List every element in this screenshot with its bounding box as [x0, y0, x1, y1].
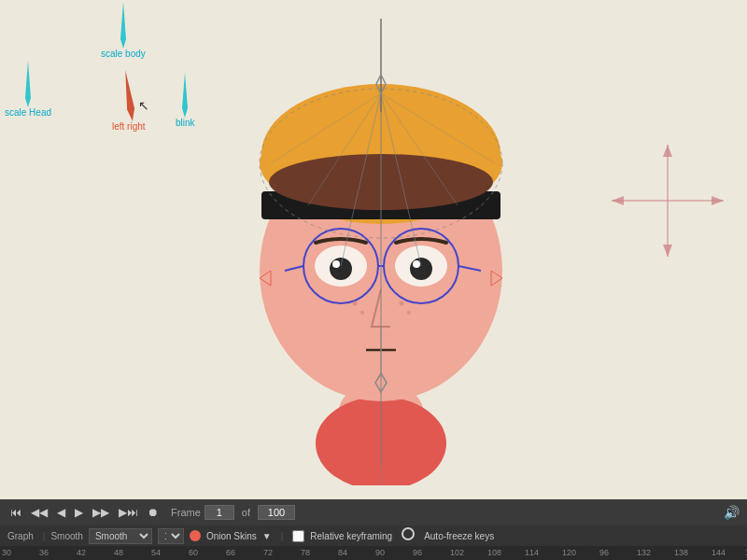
timeline-options-row: Graph | Smooth Smooth Linear Ease In Eas… — [0, 525, 747, 546]
svg-marker-41 — [25, 61, 31, 107]
timeline-bar: ⏮ ◀◀ ◀ ▶ ▶▶ ▶⏭ ⏺ Frame of 🔊 Graph | Smoo… — [0, 499, 747, 560]
tick-84: 84 — [338, 548, 347, 557]
graph-button[interactable]: Graph — [4, 529, 37, 543]
total-frames-input[interactable] — [258, 505, 295, 520]
play-button[interactable]: ▶ — [72, 504, 86, 521]
svg-marker-43 — [182, 73, 188, 118]
scale-head-label: scale Head — [5, 107, 51, 118]
ruler-row: 30 36 42 48 54 60 66 72 78 84 90 96 102 … — [0, 546, 747, 560]
puppet-icon — [402, 527, 415, 540]
tick-102: 102 — [450, 548, 464, 557]
tick-72: 72 — [263, 548, 273, 557]
svg-point-22 — [360, 311, 364, 315]
svg-point-15 — [332, 260, 340, 268]
volume-button[interactable]: 🔊 — [724, 505, 740, 520]
svg-point-21 — [353, 301, 358, 306]
character-svg — [215, 19, 551, 485]
svg-point-23 — [400, 301, 404, 306]
smooth-select[interactable]: Smooth Linear Ease In Ease Out — [89, 528, 152, 544]
tick-126: 96 — [599, 548, 609, 557]
onion-toggle-button[interactable] — [190, 530, 201, 541]
left-right-label: left right — [112, 121, 146, 132]
smooth-label: Smooth — [50, 531, 82, 541]
num-select[interactable]: 1 2 3 — [158, 528, 184, 544]
auto-freeze-label: Auto-freeze keys — [424, 531, 494, 541]
tick-60: 60 — [189, 548, 198, 557]
tick-66: 66 — [226, 548, 235, 557]
svg-marker-48 — [712, 196, 724, 205]
blink-label: blink — [176, 118, 195, 128]
tick-48: 48 — [114, 548, 123, 557]
svg-marker-46 — [663, 145, 672, 157]
controls-row: ⏮ ◀◀ ◀ ▶ ▶▶ ▶⏭ ⏺ Frame of 🔊 — [0, 499, 747, 525]
blink-handle[interactable]: blink — [176, 73, 195, 128]
tick-138: 138 — [674, 548, 688, 557]
prev-frame-button[interactable]: ◀ — [54, 504, 68, 521]
relative-keyframing-checkbox[interactable] — [292, 530, 304, 542]
tick-30: 30 — [2, 548, 11, 557]
ruler-numbers: 30 36 42 48 54 60 66 72 78 84 90 96 102 … — [0, 546, 747, 560]
frame-label: Frame — [171, 507, 201, 518]
svg-marker-47 — [663, 245, 672, 257]
tick-120: 120 — [562, 548, 576, 557]
step-back-button[interactable]: ◀◀ — [28, 504, 50, 521]
svg-marker-40 — [120, 2, 126, 49]
next-frame-button[interactable]: ▶▶ — [90, 504, 112, 521]
tick-42: 42 — [77, 548, 86, 557]
of-label: of — [242, 507, 250, 518]
go-to-end-button[interactable]: ▶⏭ — [116, 504, 141, 521]
svg-point-13 — [330, 258, 352, 280]
tick-90: 90 — [375, 548, 385, 557]
tick-132: 132 — [637, 548, 651, 557]
onion-skins-label: Onion Skins — [206, 531, 257, 541]
current-frame-input[interactable] — [204, 505, 234, 520]
scale-head-handle[interactable]: scale Head — [5, 61, 51, 118]
svg-marker-42 — [121, 70, 136, 121]
relative-keyframing-label: Relative keyframing — [310, 531, 392, 541]
tick-54: 54 — [151, 548, 161, 557]
tick-36: 36 — [39, 548, 49, 557]
go-to-start-button[interactable]: ⏮ — [7, 504, 24, 521]
tick-114: 114 — [525, 548, 539, 557]
puppet-icon-container — [402, 527, 415, 544]
scale-body-label: scale body — [101, 49, 146, 59]
coord-cross — [607, 140, 728, 261]
svg-point-16 — [413, 260, 420, 268]
tick-78: 78 — [301, 548, 310, 557]
tick-96: 96 — [413, 548, 422, 557]
svg-point-14 — [410, 258, 432, 280]
canvas-area: scale body scale Head left right blink ↖ — [0, 0, 747, 499]
puppet-controls: scale body scale Head left right blink ↖ — [0, 0, 215, 499]
svg-point-24 — [407, 311, 411, 315]
scale-body-handle[interactable]: scale body — [101, 2, 146, 59]
left-right-handle[interactable]: left right — [112, 70, 146, 132]
tick-144: 144 — [712, 548, 726, 557]
onion-dropdown-button[interactable]: ▼ — [262, 531, 272, 541]
tick-108: 108 — [487, 548, 501, 557]
svg-marker-49 — [612, 196, 624, 205]
record-button[interactable]: ⏺ — [145, 504, 162, 521]
